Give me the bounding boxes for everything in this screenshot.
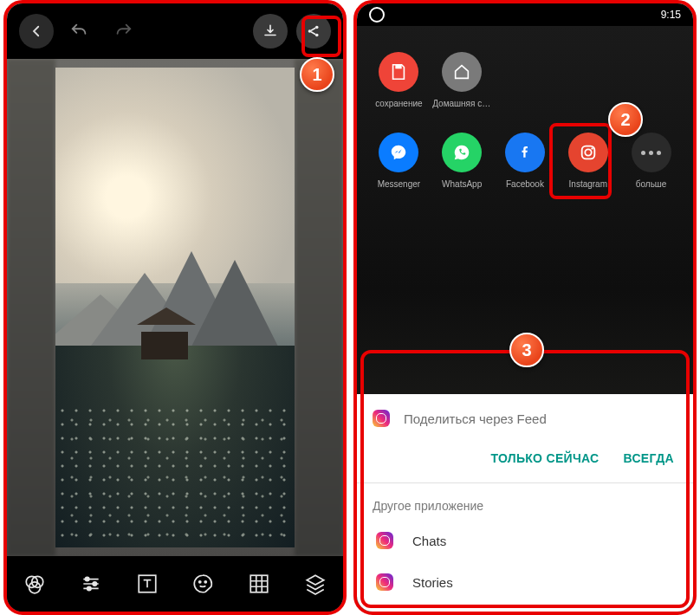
facebook-icon	[505, 133, 545, 172]
share-screen: 9:15 сохранение Домашняя ст...	[357, 3, 693, 612]
share-app-label: WhatsApp	[442, 179, 482, 189]
svg-point-16	[591, 147, 593, 149]
share-app-label: сохранение	[375, 99, 422, 108]
redo-icon	[113, 22, 133, 41]
share-button[interactable]	[296, 14, 331, 49]
always-button[interactable]: ВСЕГДА	[624, 451, 675, 465]
editor-screen	[7, 3, 343, 612]
sheet-row-label: Chats	[412, 534, 446, 548]
sheet-title: Поделиться через Feed	[404, 411, 547, 426]
back-button[interactable]	[19, 14, 54, 49]
share-icon	[306, 23, 321, 39]
sheet-row-stories[interactable]: Stories	[373, 561, 677, 603]
share-app-label: Instagram	[569, 179, 607, 189]
annotation-badge-1: 1	[300, 57, 334, 92]
svg-point-15	[585, 149, 591, 155]
only-now-button[interactable]: ТОЛЬКО СЕЙЧАС	[490, 451, 599, 465]
home-icon	[442, 52, 482, 92]
instagram-icon	[376, 532, 393, 549]
annotation-badge-2: 2	[608, 102, 643, 137]
sheet-actions: ТОЛЬКО СЕЙЧАС ВСЕГДА	[373, 451, 674, 465]
whatsapp-icon	[442, 133, 482, 172]
undo-icon	[70, 22, 89, 41]
instagram-icon	[373, 410, 390, 427]
tool-sticker[interactable]	[188, 569, 217, 599]
canvas-blur-right	[295, 59, 343, 556]
tool-text[interactable]	[133, 569, 162, 599]
sheet-header: Поделиться через Feed	[373, 410, 677, 427]
editor-bottom-tools	[7, 556, 343, 612]
download-button[interactable]	[253, 14, 288, 49]
photo-landscape	[55, 68, 295, 547]
share-app-label: Домашняя ст...	[432, 99, 491, 108]
share-app-messenger[interactable]: Messenger	[368, 133, 429, 189]
svg-point-11	[204, 581, 206, 583]
share-app-label: Messenger	[378, 179, 420, 189]
share-app-instagram[interactable]: Instagram	[558, 133, 619, 189]
undo-button[interactable]	[62, 14, 97, 49]
annotation-badge-3: 3	[509, 333, 544, 367]
svg-rect-12	[250, 575, 268, 592]
redo-button[interactable]	[106, 14, 140, 49]
share-apps-grid: сохранение Домашняя ст... Messenger	[357, 26, 693, 194]
tool-layers[interactable]	[301, 569, 330, 599]
opera-icon	[369, 7, 385, 23]
more-icon	[632, 133, 671, 172]
share-app-label: Facebook	[506, 179, 544, 189]
instagram-icon	[376, 573, 393, 591]
svg-point-7	[93, 582, 96, 586]
tool-filters[interactable]	[20, 569, 49, 599]
share-app-label: больше	[636, 179, 667, 189]
editor-canvas[interactable]	[7, 59, 343, 556]
phone-left-editor	[3, 0, 347, 615]
svg-point-10	[199, 581, 201, 583]
share-app-save[interactable]: сохранение	[368, 52, 429, 108]
sheet-row-label: Stories	[412, 575, 453, 590]
svg-point-8	[88, 586, 91, 590]
svg-rect-13	[396, 65, 402, 69]
tool-pixelate[interactable]	[244, 569, 274, 599]
share-app-more[interactable]: больше	[621, 133, 682, 189]
divider	[357, 482, 693, 483]
canvas-blur-left	[7, 59, 55, 556]
share-app-whatsapp[interactable]: WhatsApp	[431, 133, 492, 189]
chevron-left-icon	[29, 23, 44, 39]
download-icon	[262, 23, 278, 39]
share-bottom-sheet: Поделиться через Feed ТОЛЬКО СЕЙЧАС ВСЕГ…	[357, 394, 693, 612]
phone-right-share: 9:15 сохранение Домашняя ст...	[353, 0, 697, 615]
status-time: 9:15	[661, 9, 681, 21]
svg-point-6	[85, 577, 88, 580]
status-bar: 9:15	[357, 3, 693, 26]
instagram-icon	[568, 133, 608, 172]
share-app-facebook[interactable]: Facebook	[495, 133, 555, 189]
messenger-icon	[379, 133, 418, 172]
other-app-heading: Другое приложение	[373, 499, 677, 513]
save-icon	[379, 52, 418, 92]
share-app-home[interactable]: Домашняя ст...	[431, 52, 492, 108]
sheet-row-chats[interactable]: Chats	[373, 520, 677, 561]
tool-adjust[interactable]	[76, 569, 106, 599]
editor-toolbar	[7, 3, 343, 59]
